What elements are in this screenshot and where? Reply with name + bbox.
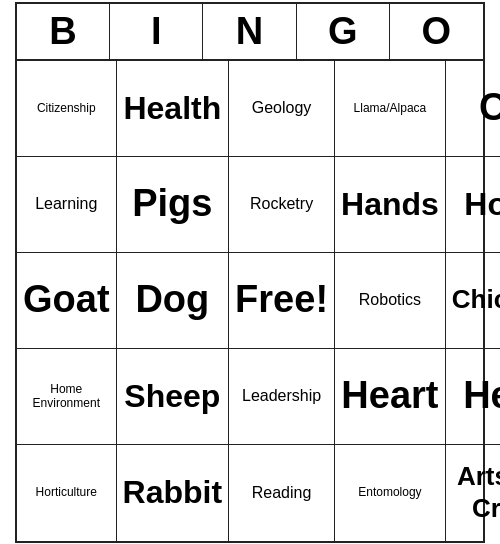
cell-text: Citizenship (37, 101, 96, 115)
bingo-cell: Rocketry (229, 157, 335, 253)
cell-text: Entomology (358, 485, 421, 499)
bingo-cell: Citizenship (17, 61, 117, 157)
cell-text: Leadership (242, 386, 321, 405)
cell-text: Learning (35, 194, 97, 213)
cell-text: Rabbit (123, 473, 223, 511)
bingo-cell: Heart (335, 349, 446, 445)
bingo-cell: Dog (117, 253, 230, 349)
cell-text: Health (123, 89, 221, 127)
header-letter: I (110, 4, 203, 59)
bingo-grid: CitizenshipHealthGeologyLlama/AlpacaCatL… (17, 61, 483, 541)
bingo-cell: Rabbit (117, 445, 230, 541)
bingo-cell: Geology (229, 61, 335, 157)
bingo-cell: Head (446, 349, 500, 445)
cell-text: Geology (252, 98, 312, 117)
cell-text: Pigs (132, 181, 212, 227)
cell-text: Horse (464, 185, 500, 223)
bingo-cell: Arts and Crafts (446, 445, 500, 541)
bingo-cell: Robotics (335, 253, 446, 349)
cell-text: Sheep (124, 377, 220, 415)
header-letter: N (203, 4, 296, 59)
cell-text: Rocketry (250, 194, 313, 213)
cell-text: Free! (235, 277, 328, 323)
cell-text: Horticulture (36, 485, 97, 499)
bingo-cell: Free! (229, 253, 335, 349)
cell-text: Cat (479, 85, 500, 131)
bingo-cell: Goat (17, 253, 117, 349)
bingo-cell: Horticulture (17, 445, 117, 541)
bingo-header: BINGO (17, 4, 483, 61)
bingo-cell: Reading (229, 445, 335, 541)
cell-text: Reading (252, 483, 312, 502)
bingo-cell: Sheep (117, 349, 230, 445)
header-letter: O (390, 4, 483, 59)
cell-text: Chickens (452, 284, 500, 315)
cell-text: Hands (341, 185, 439, 223)
bingo-cell: Cat (446, 61, 500, 157)
bingo-cell: Hands (335, 157, 446, 253)
bingo-cell: Entomology (335, 445, 446, 541)
bingo-cell: Leadership (229, 349, 335, 445)
bingo-cell: Health (117, 61, 230, 157)
cell-text: Goat (23, 277, 110, 323)
cell-text: Home Environment (23, 382, 110, 411)
bingo-cell: Home Environment (17, 349, 117, 445)
bingo-cell: Learning (17, 157, 117, 253)
cell-text: Robotics (359, 290, 421, 309)
header-letter: B (17, 4, 110, 59)
header-letter: G (297, 4, 390, 59)
bingo-cell: Llama/Alpaca (335, 61, 446, 157)
cell-text: Heart (341, 373, 438, 419)
cell-text: Llama/Alpaca (354, 101, 427, 115)
bingo-card: BINGO CitizenshipHealthGeologyLlama/Alpa… (15, 2, 485, 543)
cell-text: Head (463, 373, 500, 419)
bingo-cell: Horse (446, 157, 500, 253)
bingo-cell: Chickens (446, 253, 500, 349)
bingo-cell: Pigs (117, 157, 230, 253)
cell-text: Arts and Crafts (452, 461, 500, 523)
cell-text: Dog (135, 277, 209, 323)
